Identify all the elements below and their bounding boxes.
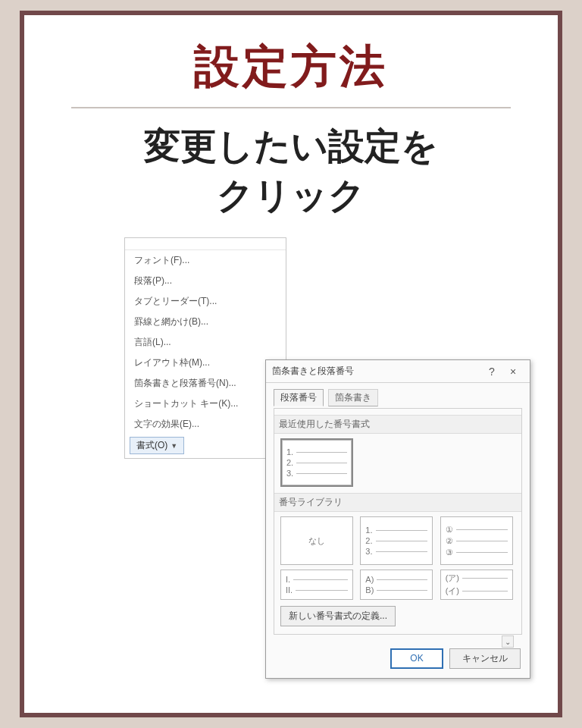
menu-item-paragraph[interactable]: 段落(P)... — [125, 271, 286, 291]
dialog-body: 最近使用した番号書式 1. 2. 3. 番号ライブラリ なし 1. 2. 3. … — [274, 408, 522, 635]
library-roman[interactable]: I. II. — [280, 570, 353, 600]
library-circled[interactable]: ① ② ③ — [440, 516, 513, 565]
close-icon[interactable]: × — [502, 366, 524, 378]
menu-item-language[interactable]: 言語(L)... — [125, 332, 286, 353]
menu-item-texteffect[interactable]: 文字の効果(E)... — [125, 414, 286, 435]
define-new-format-button[interactable]: 新しい番号書式の定義... — [280, 606, 396, 626]
format-menu: フォント(F)... 段落(P)... タブとリーダー(T)... 罫線と網かけ… — [124, 237, 286, 459]
numbering-dialog: 箇条書きと段落番号 ? × 段落番号 箇条書き 最近使用した番号書式 1. 2.… — [265, 359, 530, 679]
instruction-text: 変更したい設定を クリック — [45, 122, 537, 221]
recent-section-label: 最近使用した番号書式 — [274, 415, 521, 434]
dialog-title: 箇条書きと段落番号 — [272, 365, 481, 378]
menu-item-borders[interactable]: 罫線と網かけ(B)... — [125, 312, 286, 332]
menu-item-tabs[interactable]: タブとリーダー(T)... — [125, 291, 286, 312]
page-title: 設定方法 — [45, 36, 537, 98]
recent-preview[interactable]: 1. 2. 3. — [280, 438, 353, 487]
menu-item-font[interactable]: フォント(F)... — [125, 250, 286, 271]
tab-bullets[interactable]: 箇条書き — [328, 389, 378, 406]
menu-item-frame[interactable]: レイアウト枠(M)... — [125, 353, 286, 373]
divider — [71, 107, 511, 108]
library-decimal[interactable]: 1. 2. 3. — [360, 516, 433, 565]
dialog-titlebar: 箇条書きと段落番号 ? × — [266, 360, 530, 383]
menu-item-numbering[interactable]: 箇条書きと段落番号(N)... — [125, 373, 286, 394]
cancel-button[interactable]: キャンセル — [449, 648, 521, 669]
library-katakana[interactable]: (ア) (イ) ⌄ — [440, 570, 513, 600]
menu-header-faint — [125, 238, 286, 250]
dialog-footer: OK キャンセル — [266, 641, 530, 678]
menu-item-shortcut[interactable]: ショートカット キー(K)... — [125, 394, 286, 414]
library-alpha[interactable]: A) B) — [360, 570, 433, 600]
format-button[interactable]: 書式(O) ▼ — [130, 437, 184, 454]
library-section-label: 番号ライブラリ — [274, 493, 521, 512]
library-none[interactable]: なし — [280, 516, 353, 565]
help-icon[interactable]: ? — [481, 366, 502, 378]
ok-button[interactable]: OK — [390, 648, 443, 669]
dialog-tabs: 段落番号 箇条書き — [266, 383, 530, 406]
scroll-down-icon[interactable]: ⌄ — [502, 635, 514, 648]
tab-paragraph-number[interactable]: 段落番号 — [274, 389, 324, 406]
caret-down-icon: ▼ — [171, 442, 177, 450]
